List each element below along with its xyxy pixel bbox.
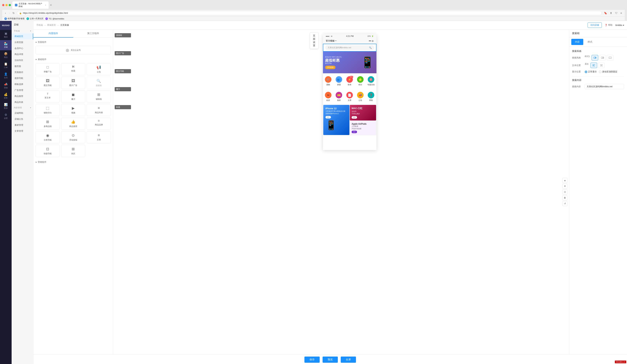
product-iphone[interactable]: iPhone 12 立即购买可享24期免息分期免费体验iPhone12 GO 📱 bbox=[323, 105, 350, 135]
nav-item-group-buy[interactable]: 🛒 团购 bbox=[323, 75, 334, 87]
nav-item-special-event[interactable]: 🎯 专题活动 bbox=[366, 75, 376, 87]
product-mac[interactable]: MAC-口红 全色号子弹头磨砂 GO bbox=[350, 105, 376, 120]
comp-item-magic-cube[interactable]: ◼ 魔方 bbox=[61, 90, 85, 103]
tab-content[interactable]: 内容 bbox=[571, 39, 583, 45]
sidebar-mobile-label[interactable]: 手机端 ▾ bbox=[12, 29, 33, 33]
nav-item-coupon[interactable]: 🎫 领券 bbox=[334, 91, 344, 102]
bookmark-item[interactable]: T TG: @tianmeibbs bbox=[45, 17, 64, 20]
delete-button[interactable]: 🗑 bbox=[562, 195, 568, 200]
align-left-button[interactable] bbox=[590, 63, 597, 68]
sidebar-item-articles[interactable]: 文章管理 bbox=[12, 128, 33, 134]
sidebar-item-store[interactable]: 🏪 店铺 bbox=[0, 40, 12, 50]
comp-item-float-btn[interactable]: ⊙ 浮动按钮 bbox=[61, 131, 85, 143]
sidebar-item-member-center[interactable]: 会员中心 bbox=[12, 45, 33, 51]
sidebar-content-label[interactable]: 内容管理 ▾ bbox=[12, 105, 33, 110]
nav-item-help[interactable]: ❓ 帮助 bbox=[366, 91, 376, 102]
move-down-button[interactable]: ▼ bbox=[562, 184, 568, 189]
address-bar[interactable]: 🔒 https://shop101.timibbs.vip/shop/diy/i… bbox=[17, 11, 602, 15]
copy-button[interactable]: ⊡ bbox=[562, 189, 568, 195]
sidebar-item-micro-page[interactable]: 微页面 bbox=[12, 63, 33, 69]
comp-item-brand[interactable]: ® 商品品牌 bbox=[87, 118, 111, 130]
sidebar-item-material[interactable]: 素材管理 bbox=[12, 122, 33, 128]
comp-item-search[interactable]: 🔍 搜索框 bbox=[87, 77, 111, 89]
nav-item-team-buy[interactable]: 👥 拼团 bbox=[334, 75, 344, 87]
tab-builtin-components[interactable]: 内置组件 bbox=[33, 30, 73, 38]
align-center-button[interactable] bbox=[598, 63, 605, 68]
share-button[interactable]: ⬆ bbox=[609, 11, 613, 15]
comp-item-spacer[interactable]: ⬚ 辅助空白 bbox=[36, 104, 60, 116]
style-option-2[interactable] bbox=[599, 55, 606, 60]
sidebar-item-bottom-nav[interactable]: 底部导航 bbox=[12, 75, 33, 81]
style-option-1[interactable] bbox=[592, 55, 598, 60]
radio-normal[interactable]: 正常显示 bbox=[585, 70, 597, 73]
maximize-traffic-light[interactable] bbox=[9, 4, 11, 6]
back-button[interactable]: ‹ bbox=[4, 11, 7, 15]
sidebar-item-store-help[interactable]: 店铺帮助 bbox=[12, 110, 33, 116]
comp-item-popup-ad[interactable]: □ 弹窗广告 bbox=[36, 63, 60, 75]
bookmark-button[interactable]: 🔖 bbox=[603, 11, 608, 15]
product-go-button[interactable]: GO bbox=[352, 131, 357, 133]
move-up-button[interactable]: ▲ bbox=[562, 178, 568, 183]
sidebar-item-product-detail[interactable]: 商品详情 bbox=[12, 51, 33, 57]
tab-third-party-components[interactable]: 第三方组件 bbox=[73, 30, 113, 38]
nav-item-article[interactable]: 📄 文章 bbox=[344, 91, 355, 102]
product-airpods[interactable]: Apple AirPods 入耳检测开盖自动连接 GO bbox=[350, 121, 376, 135]
sidebar-item-products[interactable]: 📦 商品 bbox=[0, 50, 12, 60]
comp-item-image-ad[interactable]: 🖼 图片广告 bbox=[61, 77, 85, 89]
menu-button[interactable]: ≡ bbox=[620, 11, 623, 15]
phone-search-section[interactable]: 天美社区源码网timibbs.net 🔍 bbox=[323, 44, 376, 52]
sidebar-item-template[interactable]: 模板选择 bbox=[12, 81, 33, 87]
phone-search-input[interactable]: 天美社区源码网timibbs.net 🔍 bbox=[325, 45, 374, 50]
comp-item-category-nav[interactable]: ◉ 分类导航 bbox=[36, 131, 60, 143]
comp-item-notice[interactable]: 📢 公告 bbox=[87, 63, 111, 75]
sidebar-item-finance[interactable]: 💰 财务 bbox=[0, 91, 12, 101]
comp-item-title[interactable]: H 标题 bbox=[61, 63, 85, 75]
page-settings-button[interactable]: 页面设置 bbox=[310, 33, 318, 49]
comp-item-follow[interactable]: ◎ 关注公众号 bbox=[36, 46, 111, 54]
comp-item-quick-nav[interactable]: ⊡ 快捷导航 bbox=[36, 145, 60, 157]
phone-content[interactable]: 天美社区源码网timibbs.net 🔍 精选好价 随时兑换好礼 超低钜惠 整点… bbox=[323, 44, 376, 150]
nav-item-flash-sale[interactable]: ⚡ 热门 秒杀 bbox=[344, 75, 355, 87]
close-traffic-light[interactable] bbox=[2, 4, 4, 6]
sidebar-item-settings[interactable]: ⚙ 设置 bbox=[0, 111, 12, 121]
style-option-3[interactable] bbox=[607, 55, 613, 60]
comp-item-article[interactable]: ≡ 文章 bbox=[87, 131, 111, 143]
refresh-button[interactable]: ↺ bbox=[562, 201, 568, 206]
new-tab-button[interactable]: + bbox=[49, 3, 52, 7]
forward-button[interactable]: › bbox=[8, 11, 10, 15]
sidebar-item-store-notice[interactable]: 店铺公告 bbox=[12, 116, 33, 122]
sidebar-item-overview[interactable]: ▣ 概况 bbox=[0, 30, 12, 40]
comp-item-product-list-comp[interactable]: ≡ 商品列表 bbox=[87, 104, 111, 116]
banner-button[interactable]: 立即抢购> bbox=[325, 66, 335, 69]
comp-item-product-recommend[interactable]: 👍 商品推荐 bbox=[61, 118, 85, 130]
reload-button[interactable]: ↻ bbox=[12, 11, 15, 15]
product-go-button[interactable]: GO bbox=[352, 116, 357, 119]
help-button[interactable]: ❓ 帮助 bbox=[605, 24, 613, 27]
nav-item-bargain[interactable]: ✂ 砍价 bbox=[323, 91, 334, 102]
sidebar-item-shop-home[interactable]: 商城首页 bbox=[12, 33, 33, 39]
sidebar-item-page-path[interactable]: 页面路径 bbox=[12, 69, 33, 75]
bookmark-item[interactable]: P 程序搭建/开发/修复 bbox=[4, 17, 25, 20]
user-info[interactable]: timibbs ▾ bbox=[615, 24, 624, 26]
comp-item-divider[interactable]: ⊞ 辅助线 bbox=[87, 90, 111, 103]
tab-style[interactable]: 样式 bbox=[584, 39, 596, 45]
search-content-input[interactable] bbox=[585, 84, 624, 89]
comp-item-hotzone[interactable]: ⊞ 热区 bbox=[61, 145, 85, 157]
tab-close-icon[interactable]: × bbox=[45, 4, 46, 6]
bookmark-item[interactable]: 认 认准->天美社区 bbox=[26, 17, 44, 20]
sidebar-item-product-recommend[interactable]: 商品推荐 bbox=[12, 93, 33, 99]
preview-button[interactable]: 预览 bbox=[322, 357, 338, 363]
save-button[interactable]: 保存 bbox=[305, 357, 320, 363]
sidebar-item-data[interactable]: 📊 数据 bbox=[0, 101, 12, 111]
sidebar-item-marketing[interactable]: 📣 营销 bbox=[0, 81, 12, 91]
active-tab[interactable]: 主页装修 - NIUSHO单商户商城 × bbox=[12, 1, 49, 9]
minimize-traffic-light[interactable] bbox=[5, 4, 8, 6]
nav-item-announcement[interactable]: 📣 公告 bbox=[355, 91, 366, 102]
comp-item-multi-product[interactable]: ⊞ 多商品组 bbox=[36, 118, 60, 130]
shield-icon[interactable]: 🛡 bbox=[614, 11, 618, 15]
comp-item-video[interactable]: ▶ 视频 bbox=[61, 104, 85, 116]
sidebar-item-activity[interactable]: 活动专区 bbox=[12, 57, 33, 63]
sidebar-item-members[interactable]: 👤 会员 bbox=[0, 71, 12, 81]
sidebar-item-category[interactable]: 分类页面 bbox=[12, 39, 33, 45]
sidebar-item-product-list[interactable]: 商品列表 bbox=[12, 99, 33, 105]
